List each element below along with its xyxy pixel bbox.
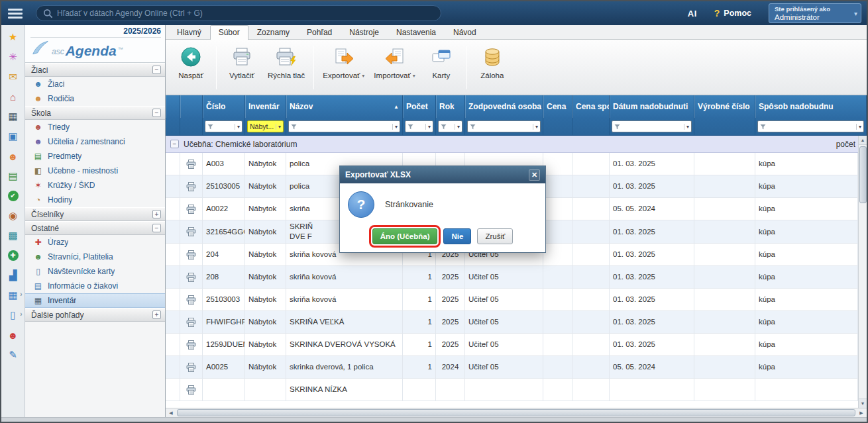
- sidebar-item-stravnici-platitelia[interactable]: ☻Stravníci, Platitelia: [25, 250, 165, 264]
- tab-nastavenia[interactable]: Nastavenia: [388, 25, 445, 39]
- table-row[interactable]: A0025Nábytokskrinka dverová, 1 polica120…: [166, 356, 858, 379]
- scroll-up-icon[interactable]: ▲: [859, 136, 867, 145]
- sidebar-section-ziaci[interactable]: Žiaci−: [25, 63, 165, 77]
- vytlacit-button[interactable]: Vytlačiť: [221, 44, 263, 92]
- screen-icon[interactable]: ▣: [3, 130, 23, 143]
- filter-combo-sposob-nadobudnu[interactable]: ▾: [757, 120, 864, 132]
- tab-subor[interactable]: Súbor: [210, 25, 248, 40]
- expand-icon[interactable]: +: [152, 210, 161, 218]
- star-icon[interactable]: ★: [3, 30, 23, 44]
- home-icon[interactable]: ⌂: [3, 90, 23, 103]
- dialog-titlebar[interactable]: Exportovať XLSX ✕: [340, 166, 545, 183]
- sidebar-section-ostatne[interactable]: Ostatné−: [25, 221, 165, 235]
- vertical-scrollbar[interactable]: ▲ ▼: [858, 136, 867, 408]
- help-button[interactable]: ? Pomoc: [714, 8, 751, 19]
- column-header-pocet[interactable]: Počet: [403, 95, 436, 118]
- mail-icon[interactable]: ✉: [3, 70, 23, 83]
- column-header-sposob-nadobudnu[interactable]: Spôsob nadobudnu: [755, 95, 867, 118]
- horizontal-scrollbar[interactable]: ◀ ▶: [166, 408, 867, 417]
- sidebar-item-urazy[interactable]: ✚Úrazy: [25, 235, 165, 250]
- print-row-icon[interactable]: [180, 153, 203, 175]
- ai-button[interactable]: AI: [688, 9, 697, 19]
- group-collapse-icon[interactable]: −: [170, 140, 179, 148]
- sidebar-item-inventar[interactable]: ▦Inventár: [25, 293, 165, 308]
- print-row-icon[interactable]: [180, 198, 203, 220]
- documents-icon[interactable]: ▯›: [3, 308, 23, 322]
- column-header-nazov[interactable]: Názov▲: [286, 95, 403, 118]
- horizontal-scroll-thumb[interactable]: [177, 409, 855, 416]
- column-header-zodpovedna-osoba[interactable]: Zodpovedná osoba: [465, 95, 543, 118]
- tab-pohlad[interactable]: Pohľad: [298, 25, 341, 39]
- vertical-scroll-thumb[interactable]: [859, 146, 867, 203]
- person-icon[interactable]: ☻: [3, 150, 23, 163]
- tab-hlavny[interactable]: Hlavný: [168, 25, 210, 39]
- clock-icon[interactable]: ◉: [3, 209, 23, 222]
- sidebar-item-ziaci[interactable]: ☻Žiaci: [25, 77, 165, 91]
- column-header-inventar[interactable]: Inventár: [245, 95, 286, 118]
- chart-icon[interactable]: ▟: [3, 269, 23, 282]
- sidebar-section-skola[interactable]: Škola−: [25, 106, 165, 120]
- shield-icon[interactable]: ✚: [3, 249, 23, 262]
- karty-button[interactable]: Karty: [420, 44, 462, 92]
- column-header-1[interactable]: [180, 95, 203, 118]
- print-row-icon[interactable]: [180, 334, 203, 355]
- table-row[interactable]: 25103003Nábytokskriňa kovová12025Učiteľ …: [166, 289, 858, 311]
- table-row[interactable]: 208Nábytokskriňa kovová12025Učiteľ 0501.…: [166, 266, 858, 289]
- sidebar-item-ucitelia-zamestnanci[interactable]: ☻Učitelia / zamestnanci: [25, 134, 165, 149]
- search-box[interactable]: [36, 5, 441, 21]
- sidebar-item-triedy[interactable]: ☻Triedy: [25, 120, 165, 134]
- table-row[interactable]: 1259JDUEMNábytokSKRINKA DVEROVÁ VYSOKÁ12…: [166, 334, 858, 356]
- close-icon[interactable]: ✕: [529, 169, 540, 181]
- print-row-icon[interactable]: [180, 289, 203, 310]
- column-header-cena[interactable]: Cena: [543, 95, 572, 118]
- tab-navod[interactable]: Návod: [445, 25, 485, 39]
- sidebar-item-navstevnicke-karty[interactable]: ▯Návštevnícke karty: [25, 264, 165, 279]
- filter-combo-nazov[interactable]: ▾: [288, 120, 400, 132]
- scroll-left-icon[interactable]: ◀: [166, 408, 176, 417]
- filter-combo-datum-nadobudnuti[interactable]: ▾: [612, 120, 692, 132]
- print-row-icon[interactable]: [180, 356, 203, 378]
- table-row[interactable]: FHWIFGHFNábytokSKRIŇA VEĽKÁ12025Učiteľ 0…: [166, 311, 858, 334]
- sidebar-section-dalsie-pohlady[interactable]: Ďalšie pohľady+: [25, 308, 165, 322]
- calendar-icon[interactable]: ▦: [3, 110, 23, 123]
- sidebar-item-kruzky-skd[interactable]: ✶Krúžky / ŠKD: [25, 178, 165, 193]
- sidebar-section-ciselniky[interactable]: Číselníky+: [25, 207, 165, 221]
- column-header-cislo[interactable]: Číslo: [203, 95, 245, 118]
- building-icon[interactable]: ▦›: [3, 289, 23, 302]
- pen-icon[interactable]: ✎: [3, 348, 23, 361]
- sidebar-item-rodicia[interactable]: ☻Rodičia: [25, 91, 165, 106]
- sidebar-item-hodiny[interactable]: ◔Hodiny: [25, 193, 165, 207]
- tab-nastroje[interactable]: Nástroje: [341, 25, 388, 39]
- column-header-datum-nadobudnuti[interactable]: Dátum nadobudnuti: [610, 95, 694, 118]
- exportovat-button[interactable]: Exportovať▾: [318, 44, 369, 92]
- collapse-icon[interactable]: −: [152, 109, 161, 117]
- filter-combo-pocet[interactable]: ▾: [405, 120, 433, 132]
- sidebar-item-ucebne-miestnosti[interactable]: ◧Učebne - miestnosti: [25, 164, 165, 178]
- print-row-icon[interactable]: [180, 266, 203, 288]
- yes-button[interactable]: Áno (Učebňa): [372, 228, 438, 244]
- scroll-right-icon[interactable]: ▶: [856, 408, 867, 417]
- print-row-icon[interactable]: [180, 175, 203, 197]
- journal-icon[interactable]: ▤: [3, 169, 23, 183]
- rychla-tlac-button[interactable]: Rýchla tlač: [263, 44, 309, 92]
- table-row[interactable]: SKRINKA NÍZKA: [166, 379, 858, 401]
- column-header-0[interactable]: [166, 95, 180, 118]
- sparkle-icon[interactable]: ✳: [3, 50, 23, 64]
- column-header-cena-spol[interactable]: Cena spol: [572, 95, 610, 118]
- menu-icon[interactable]: [8, 9, 23, 19]
- check-icon[interactable]: ✔: [3, 189, 23, 203]
- print-row-icon[interactable]: [180, 244, 203, 265]
- people-icon[interactable]: ☻: [3, 328, 23, 342]
- filter-combo-cislo[interactable]: ▾: [205, 120, 243, 132]
- naspat-button[interactable]: Naspäť: [170, 44, 212, 92]
- no-button[interactable]: Nie: [443, 228, 471, 244]
- filter-combo-rok[interactable]: ▾: [438, 120, 462, 132]
- column-header-vyrobne-cislo[interactable]: Výrobné číslo: [694, 95, 755, 118]
- importovat-button[interactable]: Importovať▾: [369, 44, 419, 92]
- zaloha-button[interactable]: Záloha: [471, 44, 514, 92]
- cancel-button[interactable]: Zrušiť: [477, 228, 513, 244]
- sidebar-item-predmety[interactable]: ▤Predmety: [25, 149, 165, 164]
- expand-icon[interactable]: +: [152, 310, 161, 319]
- collapse-icon[interactable]: −: [152, 66, 161, 74]
- scroll-down-icon[interactable]: ▼: [859, 399, 867, 408]
